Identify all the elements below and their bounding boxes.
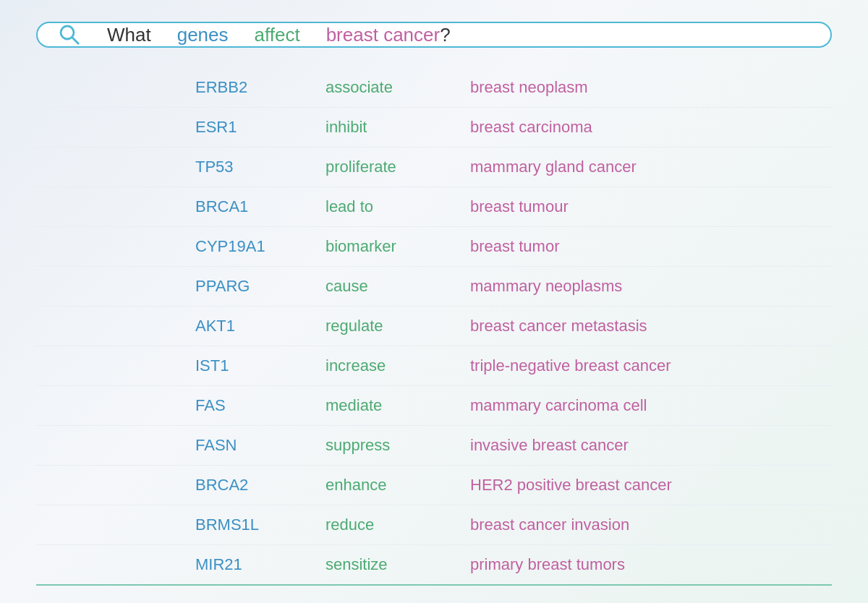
gene-cell: MIR21 <box>181 545 311 586</box>
spacer-cell <box>36 108 181 147</box>
object-cell: mammary neoplasms <box>456 267 832 307</box>
verb-cell: enhance <box>311 466 456 505</box>
gene-cell: CYP19A1 <box>181 227 311 267</box>
verb-cell: regulate <box>311 307 456 346</box>
gene-cell: PPARG <box>181 267 311 307</box>
spacer-cell <box>36 227 181 267</box>
table-row: ESR1inhibitbreast carcinoma <box>36 108 832 147</box>
table-row: BRCA2enhanceHER2 positive breast cancer <box>36 466 832 505</box>
spacer-cell <box>36 386 181 426</box>
object-cell: breast cancer metastasis <box>456 307 832 346</box>
results-table: ERBB2associatebreast neoplasmESR1inhibit… <box>36 68 832 586</box>
object-cell: breast carcinoma <box>456 108 832 147</box>
verb-cell: associate <box>311 68 456 108</box>
gene-cell: AKT1 <box>181 307 311 346</box>
table-row: BRMS1Lreducebreast cancer invasion <box>36 505 832 545</box>
verb-cell: lead to <box>311 187 456 227</box>
table-row: TP53proliferatemammary gland cancer <box>36 147 832 187</box>
spacer-cell <box>36 307 181 346</box>
table-row: CYP19A1biomarkerbreast tumor <box>36 227 832 267</box>
object-cell: breast cancer invasion <box>456 505 832 545</box>
gene-cell: BRCA1 <box>181 187 311 227</box>
svg-point-0 <box>61 26 74 39</box>
verb-cell: increase <box>311 346 456 386</box>
table-row: FASmediatemammary carcinoma cell <box>36 386 832 426</box>
object-cell: HER2 positive breast cancer <box>456 466 832 505</box>
gene-cell: BRMS1L <box>181 505 311 545</box>
search-token-affect: affect <box>242 24 313 46</box>
verb-cell: inhibit <box>311 108 456 147</box>
verb-cell: suppress <box>311 426 456 466</box>
spacer-cell <box>36 505 181 545</box>
search-icon <box>58 23 81 46</box>
verb-cell: proliferate <box>311 147 456 187</box>
spacer-cell <box>36 147 181 187</box>
gene-cell: BRCA2 <box>181 466 311 505</box>
object-cell: mammary carcinoma cell <box>456 386 832 426</box>
object-cell: breast tumour <box>456 187 832 227</box>
search-bar[interactable]: What genes affect breast cancer? <box>36 22 832 48</box>
verb-cell: cause <box>311 267 456 307</box>
spacer-cell <box>36 545 181 586</box>
object-cell: mammary gland cancer <box>456 147 832 187</box>
table-row: PPARGcausemammary neoplasms <box>36 267 832 307</box>
verb-cell: reduce <box>311 505 456 545</box>
spacer-cell <box>36 187 181 227</box>
search-token-what: What <box>94 24 164 46</box>
object-cell: primary breast tumors <box>456 545 832 586</box>
object-cell: triple-negative breast cancer <box>456 346 832 386</box>
search-token-genes: genes <box>164 24 242 46</box>
verb-cell: mediate <box>311 386 456 426</box>
spacer-cell <box>36 466 181 505</box>
table-row: AKT1regulatebreast cancer metastasis <box>36 307 832 346</box>
verb-cell: biomarker <box>311 227 456 267</box>
object-cell: breast tumor <box>456 227 832 267</box>
gene-cell: ESR1 <box>181 108 311 147</box>
verb-cell: sensitize <box>311 545 456 586</box>
gene-cell: FAS <box>181 386 311 426</box>
svg-line-1 <box>72 38 79 44</box>
table-row: IST1increasetriple-negative breast cance… <box>36 346 832 386</box>
table-row: BRCA1lead tobreast tumour <box>36 187 832 227</box>
object-cell: breast neoplasm <box>456 68 832 108</box>
gene-cell: IST1 <box>181 346 311 386</box>
search-token-breast-cancer: breast cancer? <box>313 24 464 46</box>
table-row: ERBB2associatebreast neoplasm <box>36 68 832 108</box>
spacer-cell <box>36 267 181 307</box>
gene-cell: ERBB2 <box>181 68 311 108</box>
table-row: MIR21sensitizeprimary breast tumors <box>36 545 832 586</box>
object-cell: invasive breast cancer <box>456 426 832 466</box>
table-row: FASNsuppressinvasive breast cancer <box>36 426 832 466</box>
spacer-cell <box>36 426 181 466</box>
gene-cell: FASN <box>181 426 311 466</box>
spacer-cell <box>36 68 181 108</box>
gene-cell: TP53 <box>181 147 311 187</box>
spacer-cell <box>36 346 181 386</box>
